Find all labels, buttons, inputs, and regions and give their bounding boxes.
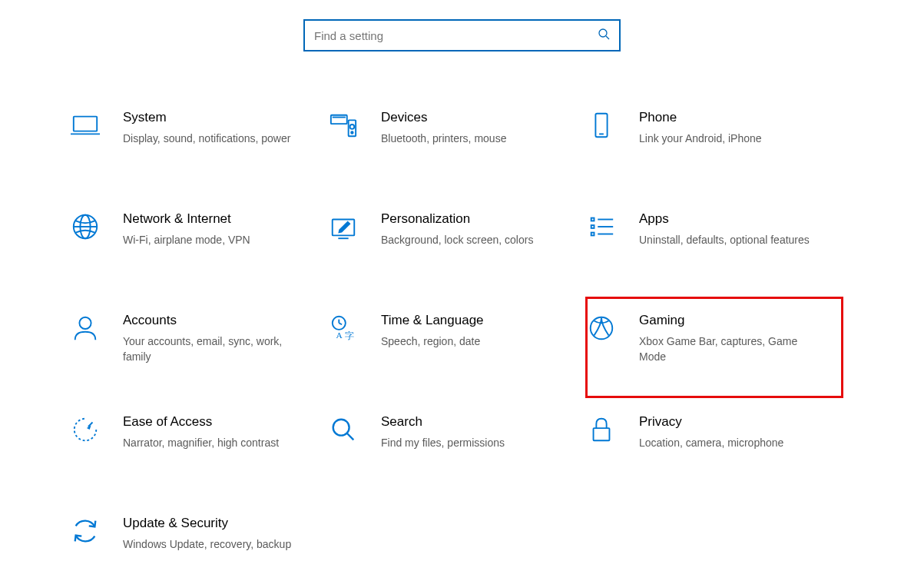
ease-of-access-icon xyxy=(69,413,101,446)
svg-point-0 xyxy=(599,29,607,37)
category-description: Wi-Fi, airplane mode, VPN xyxy=(123,232,304,247)
svg-point-22 xyxy=(79,317,91,329)
gaming-icon xyxy=(585,312,618,344)
category-description: Uninstall, defaults, optional features xyxy=(639,232,820,247)
svg-rect-18 xyxy=(591,233,594,236)
personalization-icon xyxy=(327,211,359,243)
category-phone[interactable]: Phone Link your Android, iPhone xyxy=(585,94,843,195)
svg-rect-32 xyxy=(594,428,610,440)
svg-text:A: A xyxy=(336,330,343,340)
time-language-icon: A 字 xyxy=(327,312,359,344)
category-description: Narrator, magnifier, high contrast xyxy=(123,435,304,450)
category-privacy[interactable]: Privacy Location, camera, microphone xyxy=(585,398,843,500)
category-update-security[interactable]: Update & Security Windows Update, recove… xyxy=(69,500,327,581)
category-accounts[interactable]: Accounts Your accounts, email, sync, wor… xyxy=(69,297,327,398)
network-icon xyxy=(69,211,101,243)
category-title: Search xyxy=(381,413,562,430)
category-description: Find my files, permissions xyxy=(381,435,562,450)
category-description: Windows Update, recovery, backup xyxy=(123,536,304,552)
svg-text:字: 字 xyxy=(345,330,354,341)
svg-line-31 xyxy=(347,433,354,440)
category-description: Speech, region, date xyxy=(381,334,562,349)
devices-icon xyxy=(327,109,359,141)
category-ease-of-access[interactable]: Ease of Access Narrator, magnifier, high… xyxy=(69,398,327,500)
category-description: Bluetooth, printers, mouse xyxy=(381,131,562,146)
svg-rect-2 xyxy=(74,117,97,131)
search-box[interactable] xyxy=(303,19,621,51)
svg-point-8 xyxy=(351,131,353,133)
category-network[interactable]: Network & Internet Wi-Fi, airplane mode,… xyxy=(69,195,327,297)
apps-icon xyxy=(585,211,618,243)
category-description: Background, lock screen, colors xyxy=(381,232,562,247)
category-title: Network & Internet xyxy=(123,211,304,227)
category-description: Display, sound, notifications, power xyxy=(123,131,304,146)
svg-point-30 xyxy=(333,420,349,436)
category-gaming[interactable]: Gaming Xbox Game Bar, captures, Game Mod… xyxy=(585,297,843,398)
category-title: Gaming xyxy=(639,312,820,329)
category-title: Accounts xyxy=(123,312,304,329)
svg-rect-4 xyxy=(331,115,347,124)
accounts-icon xyxy=(69,312,101,344)
svg-line-25 xyxy=(339,323,342,324)
category-title: Privacy xyxy=(639,413,820,430)
category-title: Apps xyxy=(639,211,820,227)
update-security-icon xyxy=(69,515,101,547)
search-wrapper xyxy=(0,19,924,51)
category-title: System xyxy=(123,109,304,126)
category-title: Personalization xyxy=(381,211,562,227)
category-personalization[interactable]: Personalization Background, lock screen,… xyxy=(327,195,585,297)
category-title: Phone xyxy=(639,109,820,126)
search-icon xyxy=(598,28,610,43)
category-devices[interactable]: Devices Bluetooth, printers, mouse xyxy=(327,94,585,195)
category-title: Devices xyxy=(381,109,562,126)
search-input[interactable] xyxy=(314,29,598,42)
category-time-language[interactable]: A 字 Time & Language Speech, region, date xyxy=(327,297,585,398)
system-icon xyxy=(69,109,101,141)
category-apps[interactable]: Apps Uninstall, defaults, optional featu… xyxy=(585,195,843,297)
category-description: Link your Android, iPhone xyxy=(639,131,820,146)
phone-icon xyxy=(585,109,618,141)
category-title: Update & Security xyxy=(123,515,304,532)
category-description: Location, camera, microphone xyxy=(639,435,820,450)
category-title: Ease of Access xyxy=(123,413,304,430)
svg-line-1 xyxy=(606,36,609,39)
svg-rect-17 xyxy=(591,225,594,228)
settings-grid: System Display, sound, notifications, po… xyxy=(0,94,924,581)
svg-point-7 xyxy=(350,124,355,129)
category-search[interactable]: Search Find my files, permissions xyxy=(327,398,585,500)
search-category-icon xyxy=(327,413,359,446)
category-description: Xbox Game Bar, captures, Game Mode xyxy=(639,334,820,365)
privacy-icon xyxy=(585,413,618,446)
category-description: Your accounts, email, sync, work, family xyxy=(123,334,304,365)
category-title: Time & Language xyxy=(381,312,562,329)
category-system[interactable]: System Display, sound, notifications, po… xyxy=(69,94,327,195)
svg-rect-16 xyxy=(591,218,594,221)
